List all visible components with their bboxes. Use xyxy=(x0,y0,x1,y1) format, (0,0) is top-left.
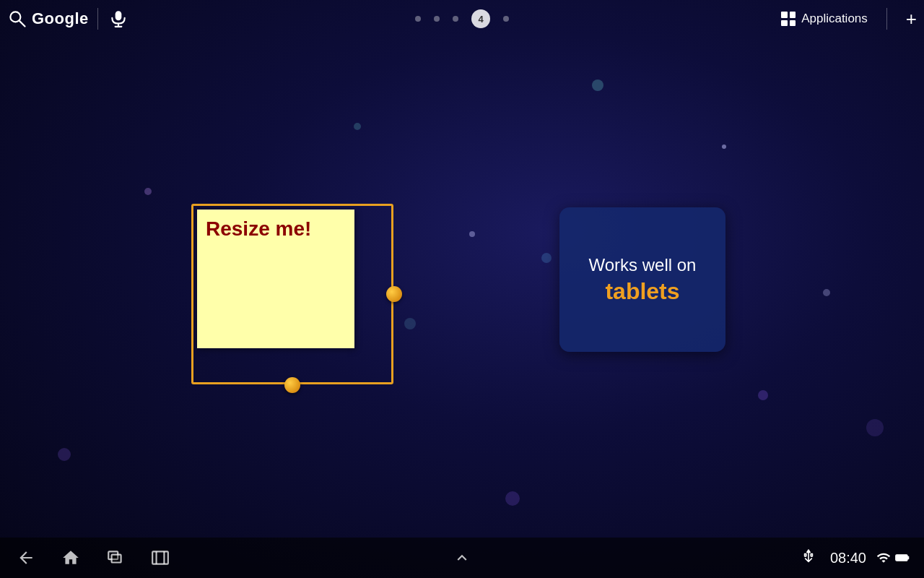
dot-2[interactable] xyxy=(434,16,440,22)
dot-4-active[interactable]: 4 xyxy=(471,9,490,28)
wifi-icon xyxy=(876,551,891,565)
apps-grid-icon xyxy=(781,12,796,26)
svg-rect-11 xyxy=(907,556,909,559)
add-button[interactable]: + xyxy=(906,9,917,28)
svg-rect-12 xyxy=(897,556,905,560)
topbar: Google 4 Applications + xyxy=(0,0,924,38)
sticky-note-widget[interactable]: Resize me! xyxy=(191,204,393,384)
page-dots: 4 xyxy=(415,0,509,38)
search-area[interactable]: Google xyxy=(7,9,89,29)
resize-handle-bottom[interactable] xyxy=(284,377,300,393)
mic-button[interactable] xyxy=(107,7,130,30)
dot-5[interactable] xyxy=(503,16,509,22)
google-logo: Google xyxy=(32,9,89,28)
nav-center xyxy=(450,546,474,569)
tablet-widget: Works well on tablets xyxy=(559,207,725,352)
home-icon xyxy=(61,548,80,567)
chevron-up-button[interactable] xyxy=(450,546,474,569)
svg-rect-6 xyxy=(112,555,121,563)
resize-handle-right[interactable] xyxy=(386,286,402,302)
chevron-up-icon xyxy=(453,548,471,567)
status-icons xyxy=(876,551,910,565)
dot-3[interactable] xyxy=(453,16,458,22)
svg-line-1 xyxy=(19,21,25,27)
home-button[interactable] xyxy=(59,546,82,569)
battery-icon xyxy=(895,551,910,565)
screenshot-icon xyxy=(151,548,170,567)
sticky-note: Resize me! xyxy=(197,210,354,348)
bottombar: 08:40 xyxy=(0,538,924,578)
recents-icon xyxy=(106,548,125,567)
topbar-divider xyxy=(97,8,98,30)
mic-icon xyxy=(109,9,128,28)
screenshot-button[interactable] xyxy=(149,546,172,569)
back-icon xyxy=(17,548,35,567)
main-content: Resize me! Works well on tablets xyxy=(0,38,924,538)
nav-left xyxy=(14,546,172,569)
clock: 08:40 xyxy=(830,550,866,566)
applications-label: Applications xyxy=(801,12,868,26)
dot-1[interactable] xyxy=(415,16,421,22)
topbar-right-divider xyxy=(886,8,887,30)
svg-rect-7 xyxy=(152,551,168,564)
svg-rect-2 xyxy=(115,11,121,20)
back-button[interactable] xyxy=(14,546,38,569)
topbar-right: Applications + xyxy=(781,8,917,30)
tablet-widget-line2: tablets xyxy=(605,278,679,305)
search-icon xyxy=(7,9,27,29)
recents-button[interactable] xyxy=(104,546,127,569)
usb-icon xyxy=(797,546,820,569)
tablet-widget-line1: Works well on xyxy=(589,255,697,275)
usb-symbol xyxy=(799,548,818,567)
sticky-note-text: Resize me! xyxy=(197,210,354,249)
nav-right: 08:40 xyxy=(797,546,910,569)
applications-button[interactable]: Applications xyxy=(781,12,868,26)
